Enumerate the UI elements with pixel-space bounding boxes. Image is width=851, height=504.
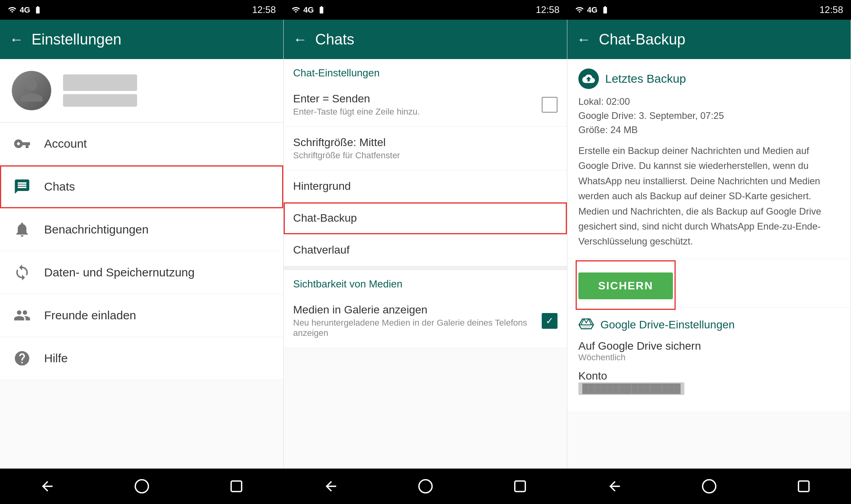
svg-rect-1 (231, 481, 242, 492)
chat-backup-title: Chat-Backup (293, 212, 557, 224)
medien-galerie-title: Medien in Galerie anzeigen (293, 304, 542, 316)
profile-name: ██████ (63, 74, 137, 91)
hintergrund-title: Hintergrund (293, 180, 557, 193)
chat-icon (12, 176, 32, 197)
menu-item-hilfe[interactable]: Hilfe (0, 337, 283, 380)
menu-item-benachrichtigungen[interactable]: Benachrichtigungen (0, 208, 283, 251)
section-header-sichtbarkeit: Sichtbarkeit von Medien (284, 270, 567, 294)
menu-item-freunde[interactable]: Freunde einladen (0, 294, 283, 337)
backup-description: Erstelle ein Backup deiner Nachrichten u… (578, 143, 840, 249)
profile-info: ██████ ██ (63, 74, 137, 107)
daten-label: Daten- und Speichernutzung (44, 266, 195, 279)
sichern-button[interactable]: SICHERN (578, 272, 673, 299)
toolbar-chat-backup: ← Chat-Backup (567, 20, 851, 59)
panel3-content: Letztes Backup Lokal: 02:00 Google Drive… (567, 59, 851, 469)
backup-lokal: Lokal: 02:00 (578, 94, 840, 109)
back-button-chat-backup[interactable]: ← (577, 31, 591, 48)
hilfe-label: Hilfe (44, 352, 68, 365)
status-icons-left3: 4G (575, 6, 609, 15)
letztes-backup-section: Letztes Backup Lokal: 02:00 Google Drive… (567, 59, 851, 259)
nav-home-3[interactable] (697, 474, 721, 498)
nav-back-2[interactable] (319, 474, 343, 498)
medien-galerie-checkbox[interactable]: ✓ (542, 313, 557, 329)
schriftgroesse-title: Schriftgröße: Mittel (293, 136, 557, 149)
enter-senden-sub: Enter-Taste fügt eine Zeile hinzu. (293, 107, 420, 117)
gdrive-konto[interactable]: Konto ████████████████ (578, 370, 840, 395)
avatar (12, 71, 51, 110)
nav-section-3 (567, 469, 851, 504)
svg-rect-5 (799, 481, 809, 492)
panel-chats: ← Chats Chat-Einstellungen Enter = Sende… (284, 20, 567, 469)
key-icon (12, 133, 32, 154)
nav-back-3[interactable] (603, 474, 626, 498)
toolbar-chats: ← Chats (284, 20, 567, 59)
konto-value: ████████████████ (578, 382, 684, 395)
section-header-chat-einstellungen: Chat-Einstellungen (284, 59, 567, 83)
gdrive-section: Google Drive-Einstellungen Auf Google Dr… (567, 307, 851, 411)
profile-status: ██ (63, 94, 137, 107)
gray-divider (284, 266, 567, 270)
settings-medien-galerie[interactable]: Medien in Galerie anzeigen Neu herunterg… (284, 294, 567, 348)
time1: 12:58 (252, 4, 276, 15)
nav-back-1[interactable] (35, 474, 59, 498)
svg-point-2 (419, 480, 432, 493)
gdrive-auf-google-drive[interactable]: Auf Google Drive sichern Wöchentlich (578, 340, 840, 363)
status-icons-left2: 4G (292, 6, 326, 15)
backup-google-drive: Google Drive: 3. September, 07:25 (578, 109, 840, 123)
nav-section-2 (284, 469, 567, 504)
konto-title: Konto (578, 370, 840, 382)
upload-icon (578, 69, 599, 89)
cycle-icon (12, 262, 32, 283)
back-button-chats[interactable]: ← (293, 31, 307, 48)
settings-enter-senden[interactable]: Enter = Senden Enter-Taste fügt eine Zei… (284, 83, 567, 127)
settings-schriftgroesse[interactable]: Schriftgröße: Mittel Schriftgröße für Ch… (284, 127, 567, 170)
menu-item-daten[interactable]: Daten- und Speichernutzung (0, 251, 283, 294)
svg-rect-3 (515, 481, 526, 492)
bell-icon (12, 219, 32, 240)
backup-groesse: Größe: 24 MB (578, 123, 840, 137)
nav-square-3[interactable] (792, 474, 816, 498)
toolbar-einstellungen: ← Einstellungen (0, 20, 283, 59)
profile-section[interactable]: ██████ ██ (0, 59, 283, 122)
medien-galerie-sub: Neu heruntergeladene Medien in der Galer… (293, 318, 542, 338)
account-label: Account (44, 137, 87, 150)
gdrive-title: Google Drive-Einstellungen (600, 319, 735, 331)
freunde-label: Freunde einladen (44, 309, 136, 322)
sichern-highlight: SICHERN (578, 263, 673, 307)
auf-google-drive-title: Auf Google Drive sichern (578, 340, 840, 352)
people-icon (12, 305, 32, 326)
letztes-backup-title: Letztes Backup (605, 72, 686, 85)
enter-senden-title: Enter = Senden (293, 93, 420, 105)
status-bar-panel1: 4G 12:58 (0, 0, 284, 20)
settings-hintergrund[interactable]: Hintergrund (284, 170, 567, 202)
sichern-wrapper: SICHERN (567, 259, 851, 307)
nav-square-1[interactable] (225, 474, 248, 498)
status-bar: 4G 12:58 4G 12:58 4G 12:58 (0, 0, 851, 20)
panel-einstellungen: ← Einstellungen ██████ ██ (0, 20, 284, 469)
svg-point-0 (135, 480, 148, 493)
back-button-einstellungen[interactable]: ← (9, 31, 24, 48)
settings-chatverlauf[interactable]: Chatverlauf (284, 234, 567, 266)
panel2-content: Chat-Einstellungen Enter = Senden Enter-… (284, 59, 567, 469)
chatverlauf-title: Chatverlauf (293, 244, 557, 256)
menu-item-account[interactable]: Account (0, 122, 283, 165)
benachrichtigungen-label: Benachrichtigungen (44, 223, 149, 236)
status-icons-left1: 4G (8, 6, 42, 15)
nav-section-1 (0, 469, 284, 504)
settings-chat-backup[interactable]: Chat-Backup (284, 202, 567, 234)
chats-label: Chats (44, 180, 75, 193)
nav-home-1[interactable] (130, 474, 154, 498)
auf-google-drive-sub: Wöchentlich (578, 352, 840, 363)
svg-point-4 (702, 480, 715, 493)
enter-senden-checkbox[interactable] (542, 97, 557, 113)
title-chat-backup: Chat-Backup (599, 31, 686, 48)
help-icon (12, 348, 32, 369)
schriftgroesse-sub: Schriftgröße für Chatfenster (293, 150, 557, 161)
nav-square-2[interactable] (508, 474, 532, 498)
menu-item-chats[interactable]: Chats (0, 165, 283, 208)
panel1-content: ██████ ██ Account Chats (0, 59, 283, 469)
gdrive-icon (578, 317, 594, 333)
status-bar-panel3: 4G 12:58 (567, 0, 851, 20)
title-einstellungen: Einstellungen (32, 31, 121, 48)
nav-home-2[interactable] (414, 474, 437, 498)
